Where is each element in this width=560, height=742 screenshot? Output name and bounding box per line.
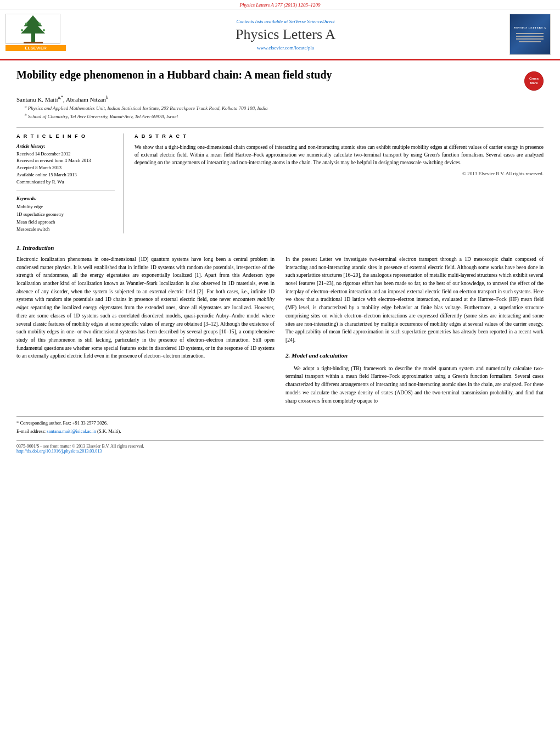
- model-para-1: We adopt a tight-binding (TB) framework …: [285, 365, 544, 405]
- authors-line: Santanu K. Maitia,*, Abraham Nitzanb: [16, 95, 544, 103]
- journal-url[interactable]: www.elsevier.com/locate/pla: [71, 45, 500, 51]
- main-content: Mobility edge phenomenon in a Hubbard ch…: [0, 60, 560, 462]
- intro-right-col: In the present Letter we investigate two…: [285, 255, 544, 409]
- elsevier-svg-icon: [7, 14, 59, 44]
- article-info-column: A R T I C L E I N F O Article history: R…: [16, 133, 124, 233]
- paper-title: Mobility edge phenomenon in a Hubbard ch…: [16, 69, 513, 81]
- crossmark-badge[interactable]: Cross Mark: [524, 71, 544, 91]
- received-date: Received 14 December 2012: [16, 150, 115, 158]
- communicated-by: Communicated by R. Wu: [16, 178, 115, 186]
- sciverse-link-line: Contents lists available at SciVerse Sci…: [71, 19, 500, 24]
- intro-section-title: 1. Introduction: [16, 244, 544, 251]
- cover-title-text: PHYSICS LETTERS A: [513, 26, 546, 30]
- svg-point-7: [43, 29, 45, 31]
- affil-b-line: b School of Chemistry, Tel Aviv Universi…: [16, 113, 544, 119]
- elsevier-wordmark: ELSEVIER: [5, 45, 66, 51]
- abstract-column: A B S T R A C T We show that a tight-bin…: [135, 133, 544, 233]
- analyzed-word: analyzed: [503, 382, 522, 387]
- journal-header: ELSEVIER Contents lists available at Sci…: [0, 9, 560, 60]
- footnote-star: * Corresponding author. Fax: +91 33 2577…: [16, 420, 544, 427]
- footnote-section: * Corresponding author. Fax: +91 33 2577…: [16, 416, 544, 435]
- svg-point-4: [25, 23, 27, 25]
- intro-left-col: Electronic localization phenomena in one…: [16, 255, 275, 409]
- abstract-header: A B S T R A C T: [135, 133, 544, 139]
- elsevier-tree-logo: [5, 14, 60, 44]
- copyright-line: © 2013 Elsevier B.V. All rights reserved…: [135, 171, 544, 176]
- crossmark-circle-icon: Cross Mark: [524, 71, 544, 91]
- intro-para-right-1: In the present Letter we investigate two…: [285, 255, 544, 344]
- svg-point-6: [21, 29, 23, 31]
- svg-rect-3: [24, 42, 43, 44]
- journal-title: Physics Letters A: [71, 26, 500, 43]
- svg-text:Cross: Cross: [529, 77, 539, 80]
- svg-text:Mark: Mark: [530, 81, 538, 85]
- keyword-3: Mean field approach: [16, 219, 115, 226]
- article-history: Article history: Received 14 December 20…: [16, 143, 115, 186]
- keyword-1: Mobility edge: [16, 203, 115, 211]
- available-date: Available online 15 March 2013: [16, 171, 115, 178]
- issn-line: 0375-9601/$ – see front matter © 2013 El…: [16, 444, 544, 449]
- bottom-bar: 0375-9601/$ – see front matter © 2013 El…: [16, 440, 544, 454]
- author-nitzan-sup: b: [106, 95, 108, 100]
- affil-b-marker: b: [25, 113, 27, 117]
- author-maiti-sup: a,*: [58, 95, 63, 100]
- model-section-title: 2. Model and calculation: [285, 351, 544, 360]
- elsevier-logo-area: ELSEVIER: [5, 14, 66, 55]
- keyword-4: Mesoscale switch: [16, 226, 115, 233]
- affil-a-text: Physics and Applied Mathematics Unit, In…: [28, 105, 268, 111]
- author-sep: , Abraham Nitzan: [63, 96, 106, 103]
- journal-header-center: Contents lists available at SciVerse Sci…: [71, 14, 500, 55]
- footnote-email-address[interactable]: santanu.maiti@isical.ac.in: [47, 428, 96, 434]
- keywords-section: Keywords: Mobility edge 1D superlattice …: [16, 191, 115, 233]
- journal-cover-area: PHYSICS LETTERS A: [505, 14, 555, 55]
- accepted-date: Accepted 8 March 2013: [16, 164, 115, 171]
- paper-title-section: Mobility edge phenomenon in a Hubbard ch…: [16, 69, 544, 119]
- introduction-section: 1. Introduction Electronic localization …: [16, 244, 544, 409]
- article-info-header: A R T I C L E I N F O: [16, 133, 115, 139]
- journal-ref-text: Physics Letters A 377 (2013) 1205–1209: [240, 2, 321, 8]
- footnote-email: E-mail address: santanu.maiti@isical.ac.…: [16, 428, 544, 435]
- doi-link[interactable]: http://dx.doi.org/10.1016/j.physleta.201…: [16, 449, 544, 454]
- affil-a-marker: a: [25, 104, 27, 109]
- affil-a-line: a Physics and Applied Mathematics Unit, …: [16, 104, 544, 111]
- journal-reference-bar: Physics Letters A 377 (2013) 1205–1209: [0, 0, 560, 9]
- journal-cover-thumbnail: PHYSICS LETTERS A: [509, 14, 551, 55]
- sciverse-link-text[interactable]: SciVerse ScienceDirect: [289, 19, 335, 24]
- author-maiti: Santanu K. Maiti: [16, 96, 58, 103]
- intro-para-1: Electronic localization phenomena in one…: [16, 255, 275, 360]
- article-info-abstract-section: A R T I C L E I N F O Article history: R…: [16, 127, 544, 233]
- history-label: Article history:: [16, 143, 115, 149]
- affil-b-text: School of Chemistry, Tel Aviv University…: [28, 114, 178, 119]
- title-crossmark-row: Mobility edge phenomenon in a Hubbard ch…: [16, 69, 544, 91]
- revised-date: Received in revised form 4 March 2013: [16, 157, 115, 164]
- keywords-label: Keywords:: [16, 196, 115, 201]
- keyword-2: 1D superlattice geometry: [16, 211, 115, 219]
- svg-point-5: [38, 23, 41, 25]
- abstract-text: We show that a tight-binding one-dimensi…: [135, 143, 544, 167]
- model-section-header-right: 2. Model and calculation We adopt a tigh…: [285, 351, 544, 405]
- svg-rect-0: [31, 34, 35, 42]
- intro-body-columns: Electronic localization phenomena in one…: [16, 255, 544, 409]
- svg-marker-2: [21, 21, 45, 34]
